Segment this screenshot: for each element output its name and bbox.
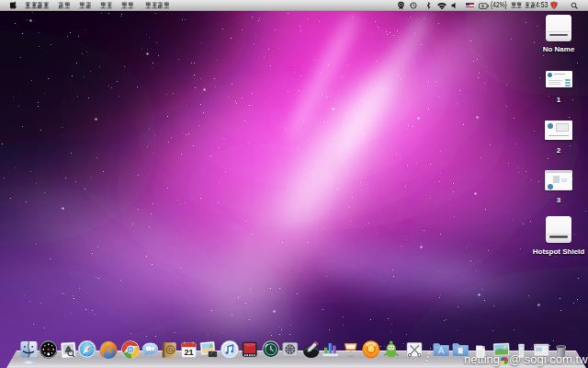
- svg-text:21: 21: [184, 362, 193, 368]
- svg-text:21: 21: [184, 348, 193, 357]
